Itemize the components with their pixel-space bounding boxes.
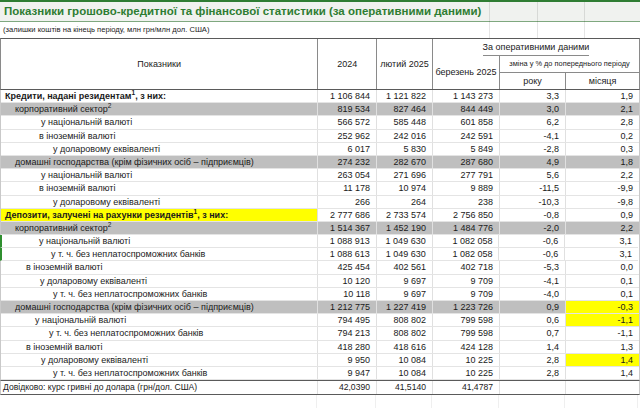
page-subtitle: (залишки коштів на кінець періоду, млн г… <box>0 22 640 38</box>
cell-mar-2025: 238 <box>433 196 500 208</box>
table-row: у національній валюті263 054271 696277 7… <box>1 169 639 182</box>
cell-mar-2025: 601 858 <box>433 116 500 128</box>
cell-change-month: -9,8 <box>566 196 639 208</box>
cell-change-month: -0,3 <box>566 301 639 313</box>
cell-feb-2025: 1 121 822 <box>377 90 433 102</box>
cell-feb-2025: 808 802 <box>377 314 433 326</box>
table-row: у доларовому еквіваленті10 1209 6979 709… <box>1 275 639 288</box>
cell-change-year: 2,8 <box>500 367 566 379</box>
cell-change-year: 1,4 <box>500 341 566 353</box>
cell-change-month: 3,1 <box>565 248 638 260</box>
cell-mar-2025: 1 082 058 <box>433 248 500 260</box>
cell-feb-2025: 10 974 <box>377 182 433 194</box>
cell-2024: 6 017 <box>318 143 377 155</box>
table-row: в іноземній валюті252 962242 016242 591-… <box>1 130 639 143</box>
cell-change-month: 0,3 <box>566 143 639 155</box>
table-row: Кредити, надані резидентам1, з них:1 106… <box>1 90 639 103</box>
cell-2024: 9 950 <box>318 354 377 366</box>
cell-mar-2025: 9 889 <box>433 182 500 194</box>
cell-change-year: -0,8 <box>500 209 566 221</box>
cell-change-year: -0,6 <box>499 235 565 247</box>
statistics-table: Показники 2024 лютий 2025 За оперативним… <box>0 38 640 408</box>
statistics-sheet: Показники грошово-кредитної та фінансово… <box>0 0 640 408</box>
row-label: у національній валюті <box>1 116 318 128</box>
cell-change-year: 5,6 <box>500 169 566 181</box>
table-header: Показники 2024 лютий 2025 За оперативним… <box>0 38 640 90</box>
table-row: у т. ч. без неплатоспроможних банків9 94… <box>1 367 639 380</box>
reference-year <box>500 381 566 394</box>
cell-change-month: 1,8 <box>566 156 639 168</box>
cell-feb-2025: 264 <box>377 196 433 208</box>
table-row: у доларовому еквіваленті266264238-10,3-9… <box>1 196 639 209</box>
reference-mar: 41,4787 <box>433 381 500 394</box>
table-row: домашні господарства (крім фізичних осіб… <box>1 301 639 314</box>
cell-change-month: -1,1 <box>566 314 639 326</box>
cell-feb-2025: 808 802 <box>377 327 433 339</box>
cell-change-year: 0,6 <box>500 314 566 326</box>
cell-feb-2025: 282 670 <box>377 156 433 168</box>
gridline <box>584 2 585 38</box>
cell-2024: 274 232 <box>318 156 377 168</box>
table-row: в іноземній валюті425 454402 561402 718-… <box>1 261 639 274</box>
table-row: у доларовому еквіваленті6 0175 8305 849-… <box>1 143 639 156</box>
cell-change-month: 1,4 <box>566 367 639 379</box>
cell-feb-2025: 402 561 <box>377 261 433 273</box>
reference-feb: 41,5140 <box>377 381 433 394</box>
cell-change-year: -10,3 <box>500 196 566 208</box>
cell-change-year: 6,2 <box>500 116 566 128</box>
cell-change-year: -0,6 <box>499 248 565 260</box>
cell-2024: 1 212 775 <box>318 301 377 313</box>
cell-2024: 266 <box>318 196 377 208</box>
cell-2024: 1 088 913 <box>318 235 377 247</box>
cell-change-year: -2,8 <box>500 143 566 155</box>
cell-feb-2025: 10 084 <box>377 367 433 379</box>
header-operational-group: За оперативними даними березень 2025 змі… <box>433 39 639 89</box>
row-label: у т. ч. без неплатоспроможних банків <box>1 367 318 379</box>
header-feb-2025: лютий 2025 <box>377 39 433 89</box>
cell-change-year: -2,0 <box>500 222 566 234</box>
cell-change-year: -5,3 <box>500 261 566 273</box>
reference-2024: 42,0390 <box>318 381 377 394</box>
row-label: у т. ч. без неплатоспроможних банків <box>1 327 318 339</box>
cell-mar-2025: 10 225 <box>433 354 500 366</box>
cell-change-month: 0,0 <box>566 261 639 273</box>
row-label: у доларовому еквіваленті <box>1 354 318 366</box>
cell-2024: 425 454 <box>318 261 377 273</box>
row-label: у національній валюті <box>1 314 318 326</box>
cell-change-month: 3,1 <box>565 235 638 247</box>
cell-mar-2025: 287 680 <box>433 156 500 168</box>
row-label: у національній валюті <box>2 235 318 247</box>
cell-feb-2025: 2 733 574 <box>377 209 433 221</box>
table-body: Кредити, надані резидентам1, з них:1 106… <box>0 90 640 380</box>
row-label: в іноземній валюті <box>1 182 318 194</box>
cell-feb-2025: 242 016 <box>377 130 433 142</box>
reference-label: Довідково: курс гривні до долара (грн/до… <box>1 381 318 394</box>
cell-mar-2025: 2 756 850 <box>433 209 500 221</box>
cell-mar-2025: 799 598 <box>433 327 500 339</box>
cell-change-month: -1,1 <box>566 327 639 339</box>
table-row: у т. ч. без неплатоспроможних банків10 1… <box>1 288 639 301</box>
header-operational: За оперативними даними <box>483 39 590 56</box>
row-label: Депозити, залучені на рахунки резидентів… <box>1 209 318 221</box>
cell-mar-2025: 402 718 <box>433 261 500 273</box>
cell-change-month: 0,2 <box>566 130 639 142</box>
cell-2024: 2 777 686 <box>318 209 377 221</box>
table-row: Депозити, залучені на рахунки резидентів… <box>1 209 639 222</box>
cell-mar-2025: 1 082 058 <box>433 235 500 247</box>
cell-2024: 566 572 <box>318 116 377 128</box>
cell-change-month: 0,1 <box>566 275 639 287</box>
table-row: у доларовому еквіваленті9 95010 08410 22… <box>1 354 639 367</box>
table-row: у т. ч. без неплатоспроможних банків794 … <box>1 327 639 340</box>
cell-2024: 263 054 <box>318 169 377 181</box>
cell-2024: 9 947 <box>318 367 377 379</box>
cell-change-month: 2,1 <box>566 103 639 115</box>
table-row: у національній валюті794 495808 802799 5… <box>1 314 639 327</box>
gridline <box>489 2 490 38</box>
table-row: у національній валюті1 088 9131 049 6301… <box>0 235 638 248</box>
table-row: в іноземній валюті418 280418 616424 1281… <box>1 341 639 354</box>
table-row: у т. ч. без неплатоспроможних банків1 08… <box>0 248 638 261</box>
cell-mar-2025: 424 128 <box>433 341 500 353</box>
reference-row: Довідково: курс гривні до долара (грн/до… <box>0 380 640 395</box>
cell-change-year: 3,3 <box>500 90 566 102</box>
cell-mar-2025: 5 849 <box>433 143 500 155</box>
